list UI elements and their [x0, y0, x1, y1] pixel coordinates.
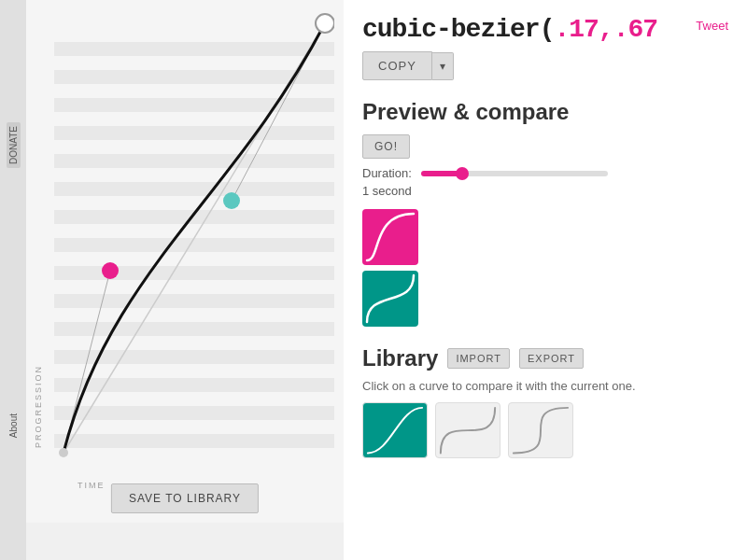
curve-preview-pink[interactable]	[362, 209, 418, 265]
svg-rect-9	[54, 266, 334, 280]
svg-rect-5	[54, 154, 334, 168]
save-to-library-button[interactable]: SAVE TO LIBRARY	[111, 483, 259, 513]
svg-rect-4	[54, 126, 334, 140]
formula-prefix: cubic-bezier(	[362, 15, 554, 44]
copy-button-group: COPY ▾	[362, 51, 454, 80]
time-label: TIME	[78, 481, 106, 490]
svg-rect-8	[54, 238, 334, 252]
svg-rect-3	[54, 98, 334, 112]
duration-row: Duration:	[362, 166, 728, 180]
left-sidebar: DONATE About	[0, 0, 26, 560]
copy-button[interactable]: COPY	[362, 51, 432, 80]
progression-label: PROGRESSION	[34, 365, 43, 448]
library-curve-1[interactable]	[362, 402, 428, 458]
go-button[interactable]: GO!	[362, 134, 410, 159]
svg-rect-13	[54, 378, 334, 392]
svg-rect-1	[54, 42, 334, 56]
export-button[interactable]: EXPORT	[519, 348, 584, 369]
svg-point-20	[223, 192, 240, 209]
svg-rect-6	[54, 182, 334, 196]
tweet-link[interactable]: Tweet	[696, 19, 728, 33]
bezier-chart[interactable]	[54, 9, 334, 467]
library-curve-2[interactable]	[435, 402, 500, 458]
svg-point-19	[102, 262, 119, 279]
svg-point-22	[59, 448, 68, 457]
svg-rect-14	[54, 406, 334, 420]
svg-rect-10	[54, 294, 334, 308]
library-header: Library IMPORT EXPORT	[362, 345, 728, 371]
svg-point-21	[316, 14, 334, 33]
preview-section-title: Preview & compare	[362, 99, 728, 125]
duration-slider[interactable]	[421, 171, 608, 176]
library-description: Click on a curve to compare it with the …	[362, 379, 728, 393]
library-title: Library	[362, 345, 438, 371]
chart-area: PROGRESSION TIME SAVE TO LIBRARY	[26, 0, 344, 523]
formula-values: .17,.67	[554, 15, 657, 44]
donate-button[interactable]: DONATE	[7, 122, 21, 168]
bezier-formula: cubic-bezier(.17,.67	[362, 15, 686, 44]
library-curve-3[interactable]	[508, 402, 573, 458]
svg-rect-15	[54, 434, 334, 448]
duration-label: Duration:	[362, 166, 412, 180]
right-panel: cubic-bezier(.17,.67 Tweet COPY ▾ Previe…	[344, 0, 747, 560]
copy-dropdown-button[interactable]: ▾	[432, 52, 454, 80]
duration-value: 1 second	[362, 184, 728, 198]
library-curves	[362, 402, 728, 458]
curve-preview-teal[interactable]	[362, 271, 418, 327]
import-button[interactable]: IMPORT	[447, 348, 510, 369]
library-section: Library IMPORT EXPORT Click on a curve t…	[362, 345, 728, 458]
curve-previews	[362, 209, 728, 327]
formula-row: cubic-bezier(.17,.67 Tweet	[362, 15, 728, 44]
save-to-library-wrap: SAVE TO LIBRARY	[111, 483, 259, 513]
about-button[interactable]: About	[8, 413, 19, 438]
formula-text: cubic-bezier(.17,.67	[362, 15, 657, 44]
